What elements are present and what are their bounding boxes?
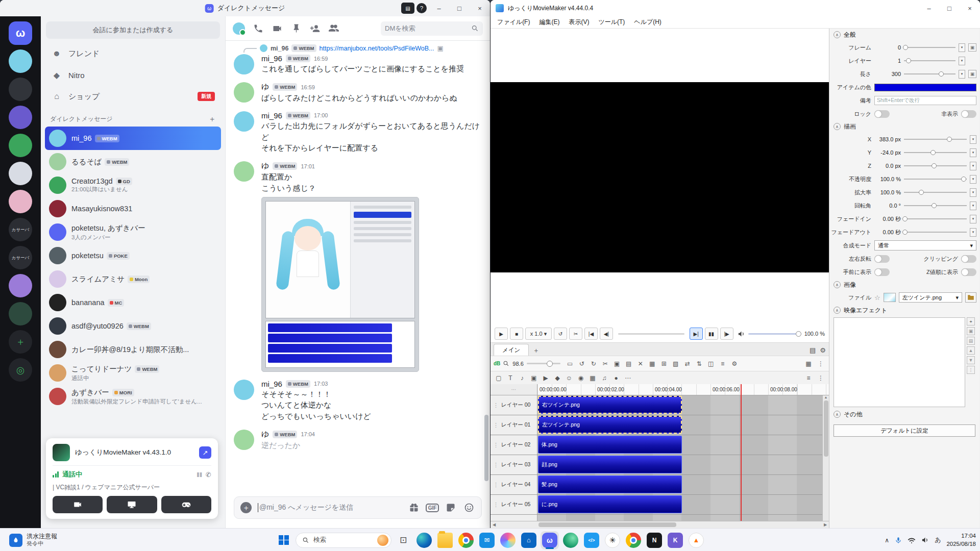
drag-handle-icon[interactable]: ⋮ [493,402,499,409]
dm-item[interactable]: poketetsuPOKE [45,244,221,267]
zoom-value[interactable]: 98.6 [512,361,523,367]
scroll-left-icon[interactable]: ◀ [491,522,498,527]
spinner[interactable]: ▾ [970,228,976,237]
layer-track[interactable]: に.png [537,495,829,514]
slider-knob[interactable] [932,203,937,208]
collapse-icon[interactable]: ∧ [834,307,841,314]
add-video-icon[interactable]: ▶ [541,373,551,383]
author-name[interactable]: ゆ [261,82,269,92]
rail-explore[interactable]: ◎ [9,358,32,382]
timeline-clip[interactable]: 髪.png [538,475,682,493]
slider-knob[interactable] [961,177,966,182]
tray-expand-icon[interactable]: ∧ [885,537,889,544]
dm-item[interactable]: mi_96WEBM [45,127,221,150]
add-select-icon[interactable]: ▢ [494,373,504,383]
layer-name-cell[interactable]: ⋮レイヤー 01 [491,415,537,435]
note-input[interactable]: Shift+Enterで改行 [874,96,976,105]
reply-reference[interactable]: mi_96WEBMhttps://manjubox.net/tools/PsdF… [234,44,481,53]
section-video-effects[interactable]: ∧ 映像エフェクト [829,304,979,316]
spinner[interactable]: ▾ [959,70,965,79]
more-icon[interactable]: ⋮ [816,359,826,369]
microphone-icon[interactable] [895,537,902,544]
effects-menu-button[interactable]: ⋮ [967,366,975,374]
avatar[interactable] [234,82,254,103]
spinner[interactable]: ▾ [970,148,976,157]
layer-name-cell[interactable]: ⋮レイヤー 05 [491,495,537,514]
transport-stop[interactable]: ■ [510,328,523,340]
toolbar-panels-icon[interactable]: ◫ [706,359,716,369]
rail-server-kasaba-2[interactable]: カサーバ [9,246,32,269]
rail-server-pixel[interactable] [9,78,32,101]
hscroll-thumb[interactable] [538,522,676,527]
maximize-button[interactable]: □ [939,0,960,16]
voice-bars-icon[interactable]: ‖‖ [197,471,202,479]
toolbar-paste-icon[interactable]: ▤ [624,359,634,369]
avatar[interactable] [234,380,254,400]
add-voice-icon[interactable]: ♪ [517,373,527,383]
taskbar-chrome[interactable] [457,531,475,549]
video-call-button[interactable] [272,23,283,34]
property-value[interactable]: 0.0 ° [874,203,901,209]
effects-paste-button[interactable]: ▤ [967,337,975,345]
ime-indicator[interactable]: あ [935,536,941,544]
author-name[interactable]: mi_96 [261,380,282,388]
start-button[interactable] [275,531,293,549]
message-list[interactable]: mi_96WEBMhttps://manjubox.net/tools/PsdF… [226,41,490,494]
minimize-button[interactable]: – [429,0,449,16]
set-default-button[interactable]: デフォルトに設定 [834,424,975,437]
favorite-icon[interactable]: ☆ [874,294,880,302]
add-tab-button[interactable]: ＋ [530,345,542,356]
dm-item[interactable]: るるそばWEBM [45,150,221,173]
slider-knob[interactable] [902,230,908,235]
property-value[interactable]: 1 [874,58,901,64]
property-slider[interactable] [904,70,955,78]
spinner[interactable]: ▾ [970,202,976,210]
menu-item-1[interactable]: 編集(E) [534,16,564,28]
playhead[interactable] [741,384,742,521]
taskbar-search[interactable]: 検索 [296,533,391,548]
property-slider[interactable] [904,202,967,209]
toolbar-cut-icon[interactable]: ✂ [600,359,610,369]
slider-knob[interactable] [919,190,924,195]
layer-name-cell[interactable] [491,515,537,521]
menu-item-3[interactable]: ツール(T) [594,16,629,28]
taskbar-vscode[interactable]: </> [582,531,601,549]
transport-step-forward[interactable]: ▶| [690,328,703,340]
taskbar-chrome-canary[interactable] [624,531,643,549]
screenshare-button[interactable] [107,496,157,513]
attach-plus-icon[interactable]: ＋ [240,502,252,513]
front-toggle[interactable] [874,268,890,276]
emoji-icon[interactable] [463,502,475,514]
layer-track[interactable]: 左ツインテ.png [537,415,829,435]
layer-name-cell[interactable]: ⋮レイヤー 02 [491,435,537,455]
author-name[interactable]: mi_96 [261,111,282,120]
attachment-image[interactable] [261,197,419,372]
hide-toggle[interactable] [961,110,976,118]
taskbar-photos[interactable] [499,531,517,549]
rail-server-blue[interactable] [9,106,32,129]
close-button[interactable]: × [470,0,490,16]
message-input[interactable]: ＋ @mi_96 へメッセージを送信 GIF [234,496,482,519]
chat-scrollbar[interactable] [484,45,488,481]
hangup-icon[interactable]: ✆ [206,471,211,479]
property-slider[interactable] [904,215,967,222]
screenshare-icon[interactable]: ▤ [401,3,414,14]
camera-button[interactable] [53,496,103,513]
timeline-vertical-scrollbar[interactable]: ▲ [822,395,829,521]
property-value[interactable]: -24.0 px [874,149,901,156]
add-friends-to-dm-button[interactable] [309,23,321,34]
gif-picker-icon[interactable]: GIF [426,502,438,514]
slider-knob[interactable] [932,163,937,168]
property-value[interactable]: 383.0 px [874,136,901,142]
volume-knob[interactable] [796,331,801,337]
transport-skip-start[interactable]: |◀ [584,328,598,340]
rail-server-pink[interactable] [9,190,32,213]
timeline-clip[interactable]: 顔.png [538,456,682,473]
section-image[interactable]: ∧ 画像 [829,279,979,291]
drag-handle-icon[interactable]: ⋮ [493,422,499,429]
scroll-right-icon[interactable]: ▶ [822,522,829,527]
taskbar-kiro[interactable]: K [666,531,684,549]
toolbar-copy-icon[interactable]: ▣ [612,359,622,369]
toolbar-grid-icon[interactable]: ▦ [647,359,657,369]
maximize-button[interactable]: □ [449,0,470,16]
